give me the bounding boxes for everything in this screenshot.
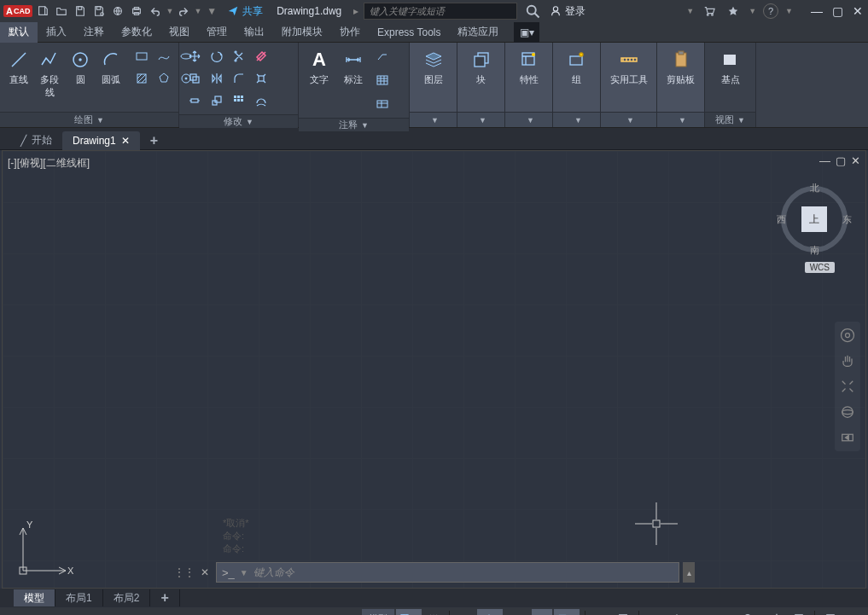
- lineweight-icon[interactable]: [591, 609, 611, 615]
- polar-toggle-icon[interactable]: ▼: [477, 609, 503, 615]
- orbit-icon[interactable]: [839, 403, 856, 421]
- new-tab-button[interactable]: +: [140, 131, 168, 150]
- erase-icon[interactable]: [251, 46, 271, 67]
- polyline-button[interactable]: 多段线: [36, 46, 63, 101]
- filetab-start[interactable]: ╱ 开始: [10, 131, 62, 150]
- isodraft-icon[interactable]: ▼: [504, 609, 530, 615]
- plot-icon[interactable]: [128, 3, 145, 20]
- maximize-icon[interactable]: ▢: [830, 4, 844, 18]
- viewcube[interactable]: 北 南 西 东 上: [780, 185, 848, 253]
- spline-icon[interactable]: [154, 46, 174, 67]
- undo-icon[interactable]: [147, 3, 164, 20]
- tab-insert[interactable]: 插入: [38, 22, 75, 43]
- arc-button[interactable]: 圆弧: [97, 46, 125, 88]
- tab-layout2[interactable]: 布局2: [103, 589, 151, 606]
- model-space-button[interactable]: 模型: [362, 609, 394, 615]
- clipboard-button[interactable]: 剪贴板: [663, 46, 698, 88]
- steering-wheel-icon[interactable]: [839, 327, 856, 344]
- close-tab-icon[interactable]: ✕: [121, 135, 130, 147]
- workspace-icon[interactable]: ▼: [739, 609, 765, 615]
- tab-default[interactable]: 默认: [0, 22, 38, 43]
- tablestyle-icon[interactable]: [372, 94, 393, 114]
- basepoint-button[interactable]: 基点: [715, 46, 746, 88]
- transparency-icon[interactable]: [613, 609, 633, 615]
- leader-icon[interactable]: [372, 46, 393, 67]
- tab-output[interactable]: 输出: [236, 22, 273, 43]
- mirror-icon[interactable]: [207, 68, 227, 89]
- login-button[interactable]: 登录: [550, 4, 585, 19]
- viewport-label[interactable]: [-][俯视][二维线框]: [8, 156, 90, 171]
- minimize-icon[interactable]: —: [810, 4, 824, 18]
- vp-close-icon[interactable]: ✕: [851, 154, 860, 167]
- cmd-expand-icon[interactable]: ▴: [683, 562, 695, 583]
- tab-addins[interactable]: 附加模块: [273, 22, 331, 43]
- units-icon[interactable]: [789, 609, 809, 615]
- properties-button[interactable]: 特性: [514, 46, 545, 88]
- vp-maximize-icon[interactable]: ▢: [836, 154, 846, 167]
- line-button[interactable]: 直线: [5, 46, 32, 88]
- filetab-drawing1[interactable]: Drawing1✕: [62, 131, 140, 150]
- annomonitor-icon[interactable]: [766, 609, 787, 615]
- cmd-close-icon[interactable]: ✕: [201, 566, 209, 578]
- block-button[interactable]: 块: [466, 46, 497, 88]
- open-icon[interactable]: [53, 3, 70, 20]
- share-icon[interactable]: 共享: [222, 3, 268, 20]
- trim-icon[interactable]: [229, 46, 249, 67]
- grid-toggle-icon[interactable]: ▼: [396, 609, 422, 615]
- tab-featured[interactable]: 精选应用: [449, 22, 507, 43]
- circle-button[interactable]: 圆: [67, 46, 94, 88]
- layers-button[interactable]: 图层: [418, 46, 449, 88]
- cart-icon[interactable]: [701, 3, 718, 20]
- snap-toggle-icon[interactable]: [423, 609, 444, 615]
- stretch-icon[interactable]: [184, 90, 205, 111]
- table-icon[interactable]: [372, 70, 393, 90]
- scale-icon[interactable]: [207, 90, 227, 111]
- copy-icon[interactable]: [184, 68, 205, 89]
- tab-model[interactable]: 模型: [14, 589, 55, 606]
- grip-icon[interactable]: ⋮⋮: [173, 566, 194, 579]
- otrack-toggle-icon[interactable]: ▼: [554, 609, 580, 615]
- web-icon[interactable]: [109, 3, 126, 20]
- search-input[interactable]: 键入关键字或短语: [364, 3, 517, 20]
- tab-manage[interactable]: 管理: [198, 22, 236, 43]
- pan-icon[interactable]: [839, 352, 856, 369]
- array-icon[interactable]: [229, 90, 249, 111]
- group-button[interactable]: 组: [562, 46, 592, 88]
- add-layout-button[interactable]: +: [150, 589, 179, 606]
- customize-icon[interactable]: [842, 609, 863, 615]
- rectangle-icon[interactable]: [131, 46, 152, 67]
- tab-layout1[interactable]: 布局1: [55, 589, 103, 606]
- search-icon[interactable]: [524, 3, 541, 20]
- scale-label[interactable]: 1:1▼: [711, 609, 737, 615]
- new-icon[interactable]: [34, 3, 51, 20]
- cycling-icon[interactable]: [644, 609, 665, 615]
- rotate-icon[interactable]: [207, 46, 227, 67]
- saveas-icon[interactable]: [90, 3, 108, 20]
- offset-icon[interactable]: [251, 90, 271, 111]
- fillet-icon[interactable]: [229, 68, 249, 89]
- app-icon[interactable]: [725, 3, 742, 20]
- qprops-icon[interactable]: [820, 609, 841, 615]
- app-badge[interactable]: CAD: [3, 5, 32, 17]
- drawing-canvas[interactable]: [-][俯视][二维线框] — ▢ ✕ 北 南 西 东 上 WCS Y X *取…: [2, 150, 866, 589]
- wcs-badge[interactable]: WCS: [805, 262, 835, 273]
- ribbon-collapse-icon[interactable]: ▣▾: [514, 22, 539, 43]
- help-icon[interactable]: ?: [763, 3, 778, 19]
- tab-express[interactable]: Express Tools: [369, 22, 449, 43]
- dimension-button[interactable]: 标注: [338, 46, 369, 88]
- explode-icon[interactable]: [251, 68, 271, 89]
- hatch-icon[interactable]: [131, 68, 152, 89]
- ortho-toggle-icon[interactable]: [455, 609, 475, 615]
- osnap-toggle-icon[interactable]: [532, 609, 552, 615]
- annoscale-icon[interactable]: [667, 609, 687, 615]
- close-icon[interactable]: ✕: [851, 4, 865, 18]
- polygon-icon[interactable]: [154, 68, 174, 89]
- annovisibility-icon[interactable]: [689, 609, 709, 615]
- zoom-extents-icon[interactable]: [839, 378, 856, 395]
- tab-annotate[interactable]: 注释: [75, 22, 113, 43]
- tab-view[interactable]: 视图: [160, 22, 198, 43]
- command-input[interactable]: >_ ▼ 键入命令: [216, 562, 679, 583]
- utilities-button[interactable]: 实用工具: [607, 46, 651, 88]
- vp-minimize-icon[interactable]: —: [819, 154, 830, 167]
- redo-icon[interactable]: [175, 3, 192, 20]
